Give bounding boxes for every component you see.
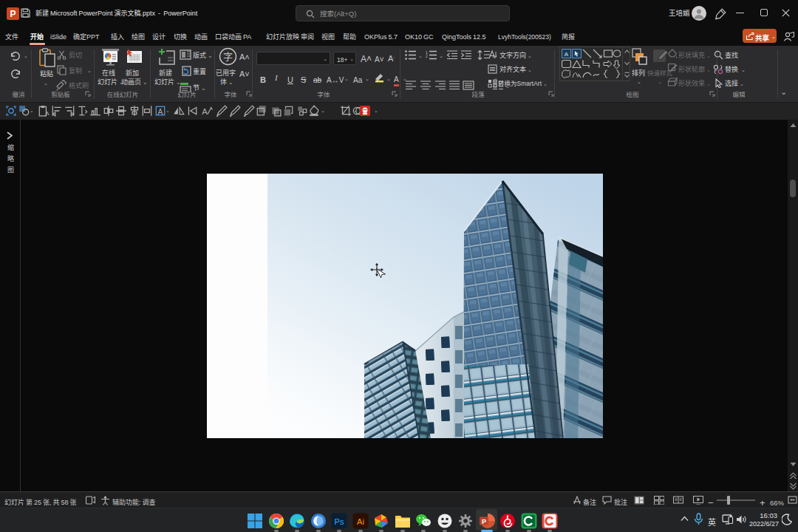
svg-text:2: 2 xyxy=(426,54,428,58)
svg-text:Ai: Ai xyxy=(357,517,364,526)
svg-text:A: A xyxy=(565,51,569,58)
svg-text:P: P xyxy=(481,518,485,525)
svg-text:A: A xyxy=(202,105,208,117)
svg-text:字: 字 xyxy=(223,49,233,63)
svg-text:P: P xyxy=(10,9,16,19)
svg-text:A: A xyxy=(158,106,163,117)
svg-text:Ps: Ps xyxy=(335,517,344,526)
svg-text:A: A xyxy=(45,109,50,117)
